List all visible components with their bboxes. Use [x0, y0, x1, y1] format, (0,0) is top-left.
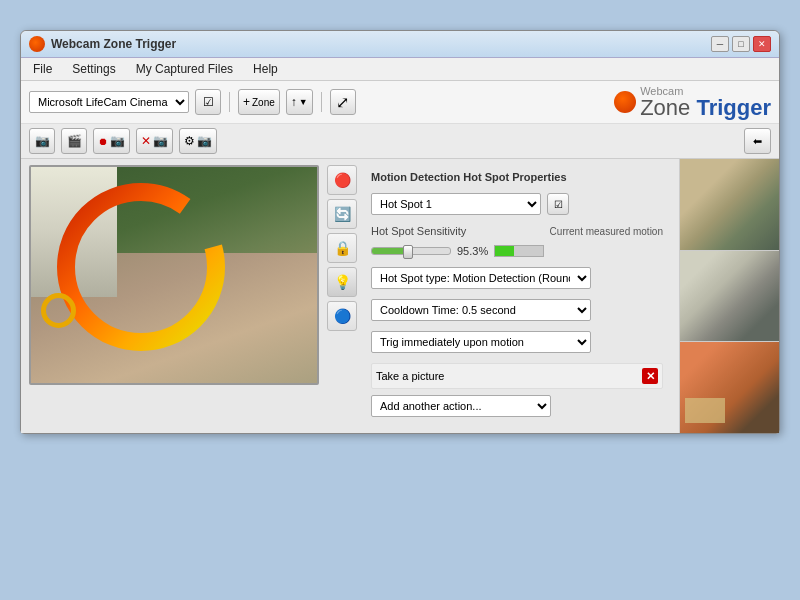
sensitivity-label: Hot Spot Sensitivity: [371, 225, 466, 237]
add-action-row: Add another action...: [371, 395, 663, 417]
right-thumbnails: [679, 159, 779, 433]
delete-action-button[interactable]: ✕: [642, 368, 658, 384]
section-title: Motion Detection Hot Spot Properties: [371, 171, 663, 183]
window-title: Webcam Zone Trigger: [51, 37, 176, 51]
thumb2-image: [680, 251, 779, 342]
lock-icon-btn[interactable]: 🔒: [327, 233, 357, 263]
trigger-icon-btn[interactable]: 🔵: [327, 301, 357, 331]
sensitivity-slider[interactable]: [371, 247, 451, 255]
brand-text-area: Webcam Zone Trigger: [640, 85, 771, 119]
record-icon: 🎬: [67, 134, 82, 148]
menu-help[interactable]: Help: [249, 60, 282, 78]
hotspot1-icon-btn[interactable]: 🔴: [327, 165, 357, 195]
add-zone-button[interactable]: + Zone: [238, 89, 280, 115]
video-panel: 🔴 🔄 🔒 💡 🔵: [21, 159, 679, 433]
thumbnail-1[interactable]: [680, 159, 779, 251]
menubar: File Settings My Captured Files Help: [21, 58, 779, 81]
trigger-icon: 🔵: [334, 308, 351, 324]
hotspot-red-icon: 🔴: [334, 172, 351, 188]
hotspot-settings-btn[interactable]: ☑: [547, 193, 569, 215]
sensitivity-row: Hot Spot Sensitivity Current measured mo…: [371, 225, 663, 237]
config-button[interactable]: ⚙ 📷: [179, 128, 217, 154]
brand-zone-text: Zone: [640, 95, 696, 120]
menu-settings[interactable]: Settings: [68, 60, 119, 78]
sensitivity-value: 95.3%: [457, 245, 488, 257]
motion-meter-fill: [495, 246, 514, 256]
snapshot-button[interactable]: 📷: [29, 128, 55, 154]
motion-ring-svg: [51, 177, 231, 357]
hotspot-type-select[interactable]: Hot Spot type: Motion Detection (Round): [371, 267, 591, 289]
sync-icon: 🔄: [334, 206, 351, 222]
hotspot-select[interactable]: Hot Spot 1: [371, 193, 541, 215]
main-window: Webcam Zone Trigger ─ □ ✕ File Settings …: [20, 30, 780, 434]
settings-area: 🔴 🔄 🔒 💡 🔵: [327, 165, 671, 427]
settings-icon: ☑: [203, 95, 214, 109]
hotspot-cfg-icon: ☑: [554, 199, 563, 210]
svg-point-0: [66, 192, 216, 342]
main-area: 🔴 🔄 🔒 💡 🔵: [21, 159, 679, 433]
brand-trigger-text: Trigger: [696, 95, 771, 120]
camera2-icon: 📷: [110, 134, 125, 148]
video-background: [31, 167, 317, 383]
furniture-shape: [685, 398, 725, 423]
back-to-cam-area: ⬅: [744, 128, 771, 154]
slider-thumb: [403, 245, 413, 259]
toolbar-separator: [229, 92, 230, 112]
stop-record-button[interactable]: ⏺ 📷: [93, 128, 130, 154]
slider-fill: [372, 248, 407, 254]
fullscreen-button[interactable]: ⤢: [330, 89, 356, 115]
camera4-icon: 📷: [197, 134, 212, 148]
sensitivity-controls: 95.3%: [371, 245, 663, 257]
camera-settings-button[interactable]: ☑: [195, 89, 221, 115]
add-action-select[interactable]: Add another action...: [371, 395, 551, 417]
current-motion-label: Current measured motion: [550, 226, 663, 237]
trigger-row: Trig immediately upon motion: [371, 331, 663, 353]
zone-up-button[interactable]: ↑ ▼: [286, 89, 313, 115]
content-area: 🔴 🔄 🔒 💡 🔵: [21, 159, 779, 433]
fullscreen-icon: ⤢: [336, 93, 349, 112]
camera3-icon: 📷: [153, 134, 168, 148]
trigger-select[interactable]: Trig immediately upon motion: [371, 331, 591, 353]
back-icon: ⬅: [753, 135, 762, 148]
camera-select[interactable]: Microsoft LifeCam Cinema: [29, 91, 189, 113]
motion-meter: [494, 245, 544, 257]
brand-icon: [614, 91, 636, 113]
add-icon: +: [243, 95, 250, 109]
hotspot2-icon-btn[interactable]: 🔄: [327, 199, 357, 229]
add-zone-label: Zone: [252, 97, 275, 108]
thumbnail-3[interactable]: [680, 342, 779, 433]
titlebar: Webcam Zone Trigger ─ □ ✕: [21, 31, 779, 58]
delete-button[interactable]: ✕ 📷: [136, 128, 173, 154]
thumb3-content: [680, 342, 779, 433]
menu-captured-files[interactable]: My Captured Files: [132, 60, 237, 78]
close-button[interactable]: ✕: [753, 36, 771, 52]
camera-icon: 📷: [35, 134, 50, 148]
lightbulb-icon: 💡: [334, 274, 351, 290]
action-label: Take a picture: [376, 370, 636, 382]
titlebar-left: Webcam Zone Trigger: [29, 36, 176, 52]
hotspot-select-row: Hot Spot 1 ☑: [371, 193, 663, 215]
toolbar-separator2: [321, 92, 322, 112]
cooldown-select[interactable]: Cooldown Time: 0.5 second: [371, 299, 591, 321]
dot-icon: ⏺: [98, 136, 108, 147]
toolbar-secondary: 📷 🎬 ⏺ 📷 ✕ 📷 ⚙ 📷 ⬅: [21, 124, 779, 159]
back-to-camera-button[interactable]: ⬅: [744, 128, 771, 154]
cooldown-row: Cooldown Time: 0.5 second: [371, 299, 663, 321]
maximize-button[interactable]: □: [732, 36, 750, 52]
hotspot-type-row: Hot Spot type: Motion Detection (Round): [371, 267, 663, 289]
arrow-up-icon: ↑: [291, 95, 297, 109]
small-detection-circle: [41, 293, 76, 328]
hotspot-settings: Motion Detection Hot Spot Properties Hot…: [367, 165, 671, 427]
thumbnail-2[interactable]: [680, 251, 779, 343]
gear-icon: ⚙: [184, 134, 195, 148]
brand-zone-trigger: Zone Trigger: [640, 97, 771, 119]
video-feed: [29, 165, 319, 385]
thumb3-image: [680, 342, 779, 433]
menu-file[interactable]: File: [29, 60, 56, 78]
brand: Webcam Zone Trigger: [614, 85, 771, 119]
light-icon-btn[interactable]: 💡: [327, 267, 357, 297]
titlebar-controls: ─ □ ✕: [711, 36, 771, 52]
minimize-button[interactable]: ─: [711, 36, 729, 52]
dropdown-trigger: ▼: [299, 97, 308, 107]
record-button[interactable]: 🎬: [61, 128, 87, 154]
